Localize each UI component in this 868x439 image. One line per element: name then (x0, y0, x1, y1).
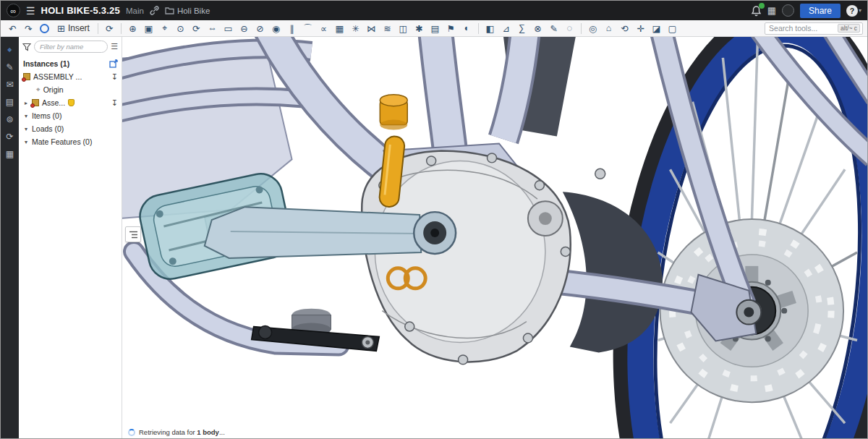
assembly-tree: Instances (1) ASSEMBLY ... ↧ ⌖ Origin ▸ (19, 56, 122, 148)
pin-slot-mate-icon[interactable]: ⊘ (252, 22, 268, 35)
named-positions-icon[interactable]: ⚑ (443, 22, 459, 35)
mate-connector-icon[interactable]: ⌖ (157, 22, 172, 35)
help-icon[interactable]: ? (846, 5, 858, 17)
globe-icon[interactable] (782, 4, 794, 17)
caret-open-icon[interactable]: ▾ (23, 113, 29, 119)
exploded-view-icon[interactable]: ✱ (412, 22, 427, 35)
zoom-to-fit-icon[interactable]: ⌂ (601, 22, 616, 35)
mate-features-label: Mate Features (0) (32, 137, 92, 146)
tree-row-items[interactable]: ▾ Items (0) (19, 109, 122, 122)
left-icon-strip: ⌖ ✎ ✉ ▤ ⊚ ⟳ ▦ (1, 37, 19, 438)
document-path-label: Holi Bike (177, 7, 210, 15)
tree-row-subassembly[interactable]: ▸ Asse... ↧ (19, 96, 122, 109)
tree-row-instances[interactable]: Instances (1) (19, 57, 122, 70)
bike-assembly-render[interactable] (122, 37, 867, 438)
measure-icon[interactable]: ⊿ (498, 22, 514, 35)
assembly-toolbar: ↶ ↷ ⊞ Insert ⟳ ⊕ ▣ ⌖ ⊙ ⟳ ⇔ ▭ ⊖ ⊘ ◉ ∥ ⌒ ∝… (1, 20, 867, 37)
chevron-down-icon: ▾ (859, 7, 861, 14)
caret-closed-icon[interactable]: ▸ (23, 100, 29, 106)
insert-instance-icon[interactable] (109, 59, 118, 68)
update-download-icon[interactable]: ↧ (111, 98, 118, 108)
loads-label: Loads (0) (32, 124, 64, 133)
view-orientation-icon[interactable] (37, 22, 52, 35)
fullscreen-icon[interactable]: ▢ (665, 22, 680, 35)
tree-row-loads[interactable]: ▾ Loads (0) (19, 122, 122, 135)
caret-open-icon[interactable]: ▾ (23, 126, 29, 132)
search-tools[interactable]: alt/~ c (765, 22, 863, 35)
bom-panel-icon[interactable]: ▦ (2, 147, 17, 161)
history-icon[interactable]: ⟳ (102, 22, 117, 35)
insert-icon: ⊞ (57, 23, 65, 34)
undo-icon[interactable]: ↶ (5, 22, 20, 35)
notifications-bell-icon[interactable] (751, 5, 762, 17)
list-view-icon[interactable]: ☰ (111, 42, 118, 51)
mate-icon[interactable]: ⊕ (125, 22, 140, 35)
caret-open-icon[interactable]: ▾ (23, 139, 29, 145)
document-title[interactable]: HOLI BIKE-5.3.25 (41, 5, 120, 16)
notification-badge (759, 3, 765, 9)
app-store-icon[interactable]: ▦ (767, 5, 776, 16)
workspace-name[interactable]: Main (126, 7, 144, 15)
redo-icon[interactable]: ↷ (21, 22, 36, 35)
snapshot-icon[interactable]: ◫ (396, 22, 411, 35)
help-menu[interactable]: ? ▾ (846, 5, 861, 17)
tree-row-assembly[interactable]: ASSEMBLY ... ↧ (19, 70, 122, 83)
onshape-logo-icon[interactable]: ∞ (7, 4, 20, 17)
circular-pattern-icon[interactable]: ✳ (348, 22, 363, 35)
orange-knob[interactable] (380, 95, 407, 130)
search-tools-input[interactable] (769, 24, 835, 33)
ball-mate-icon[interactable]: ◉ (268, 22, 284, 35)
comments-icon[interactable]: ✉ (2, 77, 17, 92)
cylindrical-mate-icon[interactable]: ⊖ (237, 22, 252, 35)
bom-table-icon[interactable]: ▤ (427, 22, 443, 35)
slider-mate-icon[interactable]: ⇔ (205, 22, 220, 35)
appearance-panel-icon[interactable]: ✎ (546, 22, 561, 35)
section-cut-icon[interactable]: ◪ (649, 22, 664, 35)
hide-show-icon[interactable]: ◌ (562, 22, 577, 35)
document-path[interactable]: Holi Bike (165, 7, 210, 15)
linear-pattern-icon[interactable]: ▦ (332, 22, 347, 35)
origin-icon: ⌖ (36, 85, 41, 94)
update-download-icon[interactable]: ↧ (111, 72, 118, 82)
interference-icon[interactable]: ⊗ (530, 22, 545, 35)
subassembly-label: Asse... (42, 98, 65, 107)
isolate-icon[interactable]: ◎ (585, 22, 600, 35)
mass-properties-icon[interactable]: ∑ (514, 22, 529, 35)
group-icon[interactable]: ▣ (141, 22, 156, 35)
filter-icon[interactable] (22, 43, 31, 51)
tree-row-mate-features[interactable]: ▾ Mate Features (0) (19, 135, 122, 148)
section-view-icon[interactable]: ◧ (482, 22, 498, 35)
pan-view-icon[interactable]: ✛ (633, 22, 648, 35)
error-badge (22, 77, 26, 82)
feature-list-icon[interactable]: ▤ (2, 95, 17, 109)
share-button[interactable]: Share (800, 4, 841, 18)
status-bar: Retrieving data for 1 body... (128, 428, 225, 436)
onshape-app-window: ∞ ☰ HOLI BIKE-5.3.25 Main Holi Bike ▦ Sh… (0, 0, 868, 439)
tangent-mate-icon[interactable]: ⌒ (300, 22, 315, 35)
rotate-view-icon[interactable]: ⟲ (617, 22, 632, 35)
history-panel-icon[interactable]: ⟳ (2, 129, 17, 144)
tree-row-origin[interactable]: ⌖ Origin (19, 83, 122, 96)
display-states-icon[interactable]: ◐ (459, 22, 475, 35)
revolute-mate-icon[interactable]: ⟳ (189, 22, 204, 35)
mate-relation-icon[interactable]: ∝ (316, 22, 331, 35)
filter-by-name-input[interactable] (34, 41, 108, 53)
panel-toggle-button[interactable] (125, 226, 141, 242)
insert-button[interactable]: ⊞ Insert (53, 22, 94, 35)
appearance-icon[interactable]: ✎ (2, 60, 17, 74)
fastened-mate-icon[interactable]: ⊙ (173, 22, 188, 35)
link-icon[interactable] (150, 6, 159, 15)
main-menu-icon[interactable]: ☰ (26, 5, 35, 17)
mirror-icon[interactable]: ⋈ (364, 22, 379, 35)
3d-viewport[interactable]: Retrieving data for 1 body... (122, 37, 867, 438)
sensors-icon[interactable]: ⊚ (2, 112, 17, 127)
tree-list-icon (129, 231, 138, 239)
parallel-mate-icon[interactable]: ∥ (284, 22, 299, 35)
subassembly-icon (32, 99, 39, 106)
crank-arm[interactable] (205, 207, 456, 258)
replicate-icon[interactable]: ≋ (380, 22, 395, 35)
insert-label: Insert (68, 23, 90, 33)
instance-tree-icon[interactable]: ⌖ (2, 43, 17, 57)
top-bar: ∞ ☰ HOLI BIKE-5.3.25 Main Holi Bike ▦ Sh… (1, 1, 867, 20)
planar-mate-icon[interactable]: ▭ (221, 22, 236, 35)
